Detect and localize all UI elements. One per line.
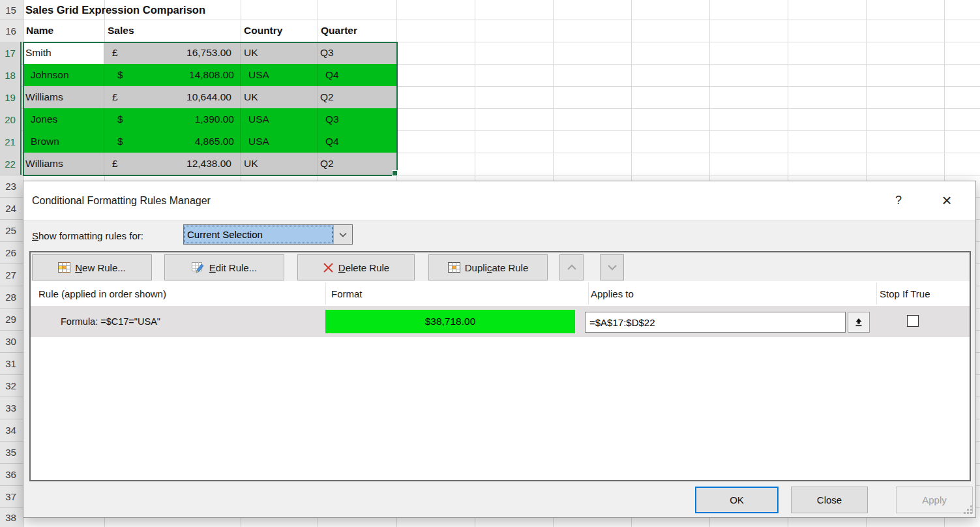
cell-country[interactable]: UK [241, 153, 318, 175]
row-header-32[interactable]: 32 [0, 374, 22, 397]
cell-sales[interactable]: £ 12,438.00 [104, 153, 241, 175]
cell-sales[interactable]: $ 4,865.00 [104, 130, 241, 153]
table-row: Brown $ 4,865.00 USA Q4 [23, 130, 396, 153]
row-header-19[interactable]: 19 [0, 86, 22, 108]
amount: 1,390.00 [195, 113, 234, 125]
currency-symbol: £ [112, 47, 118, 59]
column-header-name[interactable]: Name [23, 20, 104, 42]
selection-fill-handle[interactable] [392, 170, 398, 176]
show-rules-dropdown[interactable]: Current Selection [183, 224, 353, 245]
chevron-up-icon [567, 264, 577, 271]
cell-quarter[interactable]: Q4 [318, 130, 396, 153]
rule-list-item[interactable]: Formula: =$C17="USA" $38,718.00 =$A$17:$… [31, 306, 970, 337]
column-separator [588, 282, 589, 305]
applies-to-input[interactable]: =$A$17:$D$22 [585, 312, 846, 333]
row-header-17[interactable]: 17 [0, 42, 22, 64]
row-header-15[interactable]: 15 [0, 0, 22, 20]
table-row: Williams £ 12,438.00 UK Q2 [23, 153, 396, 175]
button-label: Edit Rule... [209, 262, 257, 273]
cell-country[interactable]: UK [241, 42, 318, 64]
delete-rule-button[interactable]: Delete Rule [297, 254, 415, 280]
row-header-20[interactable]: 20 [0, 108, 22, 130]
cell-country[interactable]: UK [241, 86, 318, 108]
help-icon[interactable]: ? [884, 181, 913, 220]
collapse-dialog-icon[interactable] [848, 312, 870, 333]
column-header-quarter[interactable]: Quarter [318, 20, 396, 42]
row-header-31[interactable]: 31 [0, 352, 22, 374]
row-header-26[interactable]: 26 [0, 241, 22, 264]
cell-quarter[interactable]: Q4 [318, 64, 396, 86]
row-header-37[interactable]: 37 [0, 485, 22, 507]
chevron-down-icon[interactable] [333, 225, 352, 244]
label-text: S [32, 230, 38, 241]
cell-quarter[interactable]: Q3 [318, 42, 396, 64]
cell-sales[interactable]: $ 1,390.00 [104, 108, 241, 130]
cell-name[interactable]: Williams [23, 153, 104, 175]
button-label: New Rule... [75, 262, 126, 273]
cell-country[interactable]: USA [241, 64, 318, 86]
row-header-35[interactable]: 35 [0, 441, 22, 463]
row-header-23[interactable]: 23 [0, 175, 22, 197]
row-header-29[interactable]: 29 [0, 308, 22, 330]
stop-if-true-checkbox[interactable] [907, 315, 919, 327]
close-icon[interactable]: × [932, 181, 961, 220]
row-header-21[interactable]: 21 [0, 130, 22, 153]
cell-country[interactable]: USA [241, 108, 318, 130]
close-button[interactable]: Close [791, 487, 868, 513]
amount: 12,438.00 [186, 158, 231, 170]
duplicate-rule-button[interactable]: Duplicate Rule [428, 254, 548, 280]
row-header-34[interactable]: 34 [0, 419, 22, 441]
cell-country[interactable]: USA [241, 130, 318, 153]
delete-x-icon [323, 262, 334, 273]
row-header-38[interactable]: 38 [0, 507, 22, 527]
column-header-sales[interactable]: Sales [104, 20, 241, 42]
currency-symbol: $ [117, 113, 123, 125]
row-header-22[interactable]: 22 [0, 153, 22, 175]
amount: 10,644.00 [186, 91, 231, 103]
row-header-16[interactable]: 16 [0, 20, 22, 42]
row-header-27[interactable]: 27 [0, 264, 22, 286]
cell-quarter[interactable]: Q2 [318, 86, 396, 108]
row-header-25[interactable]: 25 [0, 219, 22, 241]
row-header-18[interactable]: 18 [0, 64, 22, 86]
ok-button[interactable]: OK [695, 487, 779, 513]
cell-name[interactable]: Brown [23, 130, 104, 153]
cell-quarter[interactable]: Q2 [318, 153, 396, 175]
cell-name[interactable]: Jones [23, 108, 104, 130]
row-header-33[interactable]: 33 [0, 397, 22, 419]
row-header-24[interactable]: 24 [0, 197, 22, 219]
cell-sales[interactable]: £ 10,644.00 [104, 86, 241, 108]
duplicate-rule-grid-icon [448, 262, 460, 273]
currency-symbol: $ [117, 69, 123, 81]
new-rule-grid-icon [58, 262, 70, 273]
dropdown-selected-value[interactable]: Current Selection [184, 225, 333, 244]
column-separator [325, 282, 326, 305]
move-rule-down-button[interactable] [600, 254, 624, 280]
conditional-formatting-rules-manager-dialog: Conditional Formatting Rules Manager ? ×… [23, 181, 976, 518]
cell-name[interactable]: Smith [23, 42, 104, 64]
rules-frame: New Rule... Edit Rule... Delete Rule Dup… [29, 251, 971, 481]
amount: 16,753.00 [186, 47, 231, 59]
cell-sales[interactable]: $ 14,808.00 [104, 64, 241, 86]
row-header-30[interactable]: 30 [0, 330, 22, 352]
row-header-28[interactable]: 28 [0, 286, 22, 308]
dialog-titlebar: Conditional Formatting Rules Manager ? × [23, 181, 975, 220]
cell-name[interactable]: Johnson [23, 64, 104, 86]
row-header-36[interactable]: 36 [0, 463, 22, 485]
edit-rule-button[interactable]: Edit Rule... [164, 254, 284, 280]
rule-description: Formula: =$C17="USA" [61, 306, 160, 337]
amount: 4,865.00 [195, 136, 234, 147]
cell-sales[interactable]: £ 16,753.00 [104, 42, 241, 64]
sheet-title-cell[interactable]: Sales Grid Expression Comparison [25, 0, 391, 20]
table-row: Jones $ 1,390.00 USA Q3 [23, 108, 396, 130]
apply-button[interactable]: Apply [896, 487, 973, 513]
cell-quarter[interactable]: Q3 [318, 108, 396, 130]
column-header-country[interactable]: Country [241, 20, 318, 42]
cell-name[interactable]: Williams [23, 86, 104, 108]
new-rule-button[interactable]: New Rule... [32, 254, 152, 280]
resize-grip[interactable] [964, 506, 972, 514]
show-rules-label: Show formatting rules for: [32, 226, 143, 246]
currency-symbol: £ [112, 158, 118, 170]
move-rule-up-button[interactable] [559, 254, 584, 280]
header-rule: Rule (applied in order shown) [38, 281, 166, 306]
